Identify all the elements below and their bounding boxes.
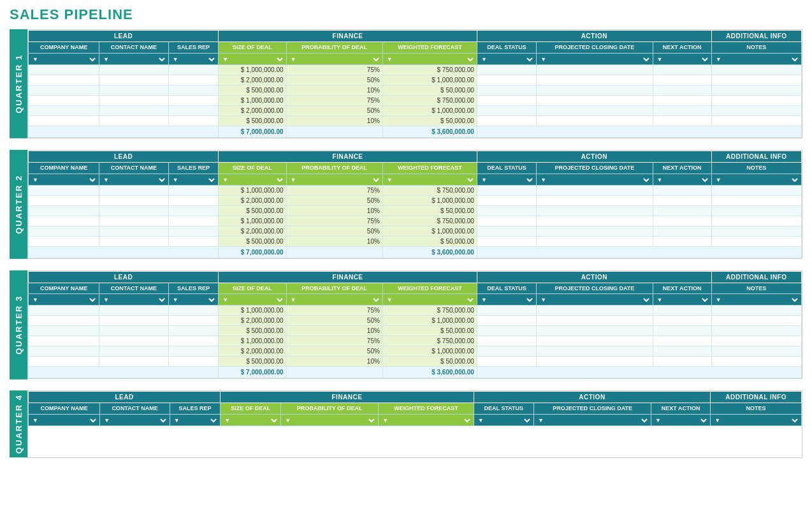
- cell-notes[interactable]: [711, 226, 801, 236]
- cell-deal-status[interactable]: [477, 85, 536, 95]
- cell-company-name[interactable]: [29, 195, 99, 205]
- filter-select-company_name[interactable]: ▼: [30, 417, 98, 424]
- filter-select-sales_rep[interactable]: ▼: [170, 55, 217, 63]
- cell-closing-date[interactable]: [537, 306, 653, 316]
- cell-sales-rep[interactable]: [168, 226, 219, 236]
- cell-weighted-forecast[interactable]: $ 50,000.00: [382, 236, 477, 246]
- filter-select-size_of_deal[interactable]: ▼: [220, 176, 284, 184]
- filter-select-next_action[interactable]: ▼: [655, 296, 710, 304]
- filter-select-deal_status[interactable]: ▼: [475, 417, 532, 424]
- filter-select-sales_rep[interactable]: ▼: [170, 176, 217, 184]
- cell-company-name[interactable]: [29, 357, 99, 367]
- cell-notes[interactable]: [711, 306, 801, 316]
- cell-closing-date[interactable]: [537, 185, 653, 195]
- filter-select-contact_name[interactable]: ▼: [101, 55, 167, 63]
- cell-notes[interactable]: [711, 216, 801, 226]
- cell-next-action[interactable]: [653, 95, 711, 105]
- filter-select-projected_closing_date[interactable]: ▼: [538, 296, 651, 304]
- cell-probability[interactable]: 75%: [286, 64, 382, 75]
- cell-sales-rep[interactable]: [168, 75, 219, 85]
- cell-deal-size[interactable]: $ 500,000.00: [219, 326, 286, 336]
- cell-probability[interactable]: 10%: [286, 115, 382, 126]
- cell-sales-rep[interactable]: [168, 326, 219, 336]
- cell-contact-name[interactable]: [99, 326, 169, 336]
- cell-sales-rep[interactable]: [168, 316, 219, 326]
- cell-sales-rep[interactable]: [168, 115, 219, 126]
- cell-sales-rep[interactable]: [168, 64, 219, 75]
- quarter-1-filter-row[interactable]: ▼▼▼▼▼▼▼▼▼▼: [29, 53, 802, 64]
- cell-company-name[interactable]: [29, 64, 99, 75]
- cell-notes[interactable]: [711, 336, 801, 346]
- cell-probability[interactable]: 10%: [286, 205, 382, 216]
- filter-select-next_action[interactable]: ▼: [653, 417, 709, 424]
- cell-sales-rep[interactable]: [168, 95, 219, 105]
- cell-sales-rep[interactable]: [168, 346, 219, 357]
- filter-select-notes[interactable]: ▼: [713, 55, 800, 63]
- cell-notes[interactable]: [711, 185, 801, 195]
- cell-next-action[interactable]: [653, 306, 711, 316]
- cell-probability[interactable]: 75%: [286, 216, 382, 226]
- cell-deal-status[interactable]: [477, 336, 536, 346]
- cell-sales-rep[interactable]: [168, 236, 219, 246]
- filter-select-contact_name[interactable]: ▼: [101, 176, 167, 184]
- filter-select-deal_status[interactable]: ▼: [479, 55, 535, 63]
- cell-sales-rep[interactable]: [168, 205, 219, 216]
- filter-select-probability_of_deal[interactable]: ▼: [288, 176, 381, 184]
- cell-closing-date[interactable]: [537, 205, 653, 216]
- cell-next-action[interactable]: [653, 75, 711, 85]
- cell-weighted-forecast[interactable]: $ 1,000,000.00: [382, 316, 477, 326]
- cell-next-action[interactable]: [653, 195, 711, 205]
- cell-notes[interactable]: [711, 64, 801, 75]
- filter-select-projected_closing_date[interactable]: ▼: [538, 176, 651, 184]
- cell-company-name[interactable]: [29, 95, 99, 105]
- cell-deal-size[interactable]: $ 500,000.00: [219, 236, 286, 246]
- cell-deal-status[interactable]: [477, 357, 536, 367]
- cell-notes[interactable]: [711, 95, 801, 105]
- filter-select-notes[interactable]: ▼: [713, 296, 800, 304]
- quarter-3-filter-row[interactable]: ▼▼▼▼▼▼▼▼▼▼: [29, 294, 802, 306]
- filter-select-weighted_forecast[interactable]: ▼: [384, 176, 475, 184]
- cell-sales-rep[interactable]: [168, 105, 219, 115]
- cell-notes[interactable]: [711, 326, 801, 336]
- cell-next-action[interactable]: [653, 226, 711, 236]
- cell-closing-date[interactable]: [537, 316, 653, 326]
- cell-closing-date[interactable]: [537, 216, 653, 226]
- filter-select-size_of_deal[interactable]: ▼: [222, 417, 279, 424]
- cell-deal-size[interactable]: $ 1,000,000.00: [219, 64, 286, 75]
- cell-weighted-forecast[interactable]: $ 50,000.00: [382, 357, 477, 367]
- cell-probability[interactable]: 50%: [286, 105, 382, 115]
- cell-weighted-forecast[interactable]: $ 750,000.00: [382, 185, 477, 195]
- filter-select-size_of_deal[interactable]: ▼: [220, 55, 284, 63]
- cell-company-name[interactable]: [29, 226, 99, 236]
- cell-company-name[interactable]: [29, 205, 99, 216]
- cell-closing-date[interactable]: [537, 226, 653, 236]
- cell-deal-status[interactable]: [477, 316, 536, 326]
- cell-deal-status[interactable]: [477, 105, 536, 115]
- cell-contact-name[interactable]: [99, 75, 169, 85]
- cell-deal-status[interactable]: [477, 346, 536, 357]
- cell-company-name[interactable]: [29, 336, 99, 346]
- cell-next-action[interactable]: [653, 205, 711, 216]
- quarter-4-filter-row[interactable]: ▼▼▼▼▼▼▼▼▼▼: [29, 415, 802, 426]
- filter-select-deal_status[interactable]: ▼: [479, 176, 535, 184]
- cell-notes[interactable]: [711, 357, 801, 367]
- cell-probability[interactable]: 75%: [286, 306, 382, 316]
- cell-deal-status[interactable]: [477, 115, 536, 126]
- cell-deal-size[interactable]: $ 2,000,000.00: [219, 346, 286, 357]
- cell-next-action[interactable]: [653, 326, 711, 336]
- cell-company-name[interactable]: [29, 216, 99, 226]
- cell-deal-size[interactable]: $ 500,000.00: [219, 85, 286, 95]
- cell-next-action[interactable]: [653, 85, 711, 95]
- cell-closing-date[interactable]: [537, 195, 653, 205]
- cell-deal-size[interactable]: $ 1,000,000.00: [219, 306, 286, 316]
- filter-select-probability_of_deal[interactable]: ▼: [282, 417, 377, 424]
- cell-next-action[interactable]: [653, 105, 711, 115]
- cell-notes[interactable]: [711, 115, 801, 126]
- cell-deal-status[interactable]: [477, 75, 536, 85]
- cell-next-action[interactable]: [653, 115, 711, 126]
- cell-probability[interactable]: 75%: [286, 185, 382, 195]
- cell-probability[interactable]: 50%: [286, 195, 382, 205]
- cell-contact-name[interactable]: [99, 316, 169, 326]
- filter-select-company_name[interactable]: ▼: [30, 296, 98, 304]
- cell-company-name[interactable]: [29, 105, 99, 115]
